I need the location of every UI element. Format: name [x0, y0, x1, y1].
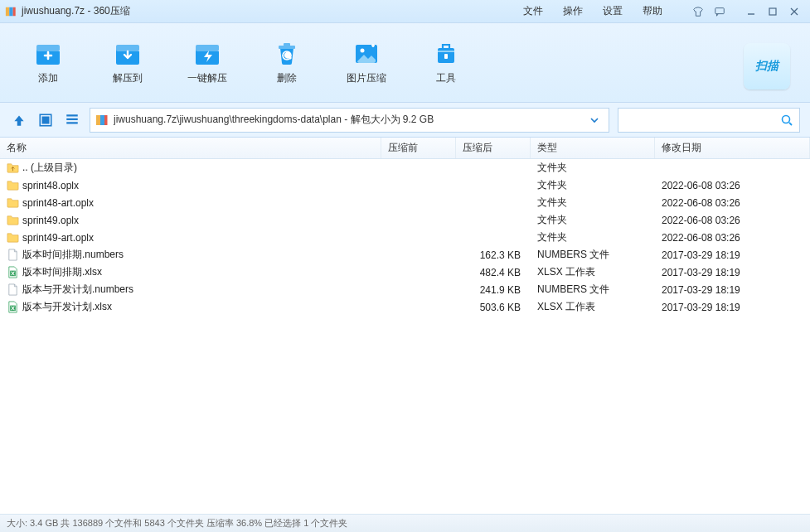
add-icon [33, 40, 63, 66]
file-name: 版本时间排期.numbers [22, 248, 124, 262]
col-post[interactable]: 压缩后 [456, 138, 531, 158]
cell-type: 文件夹 [531, 196, 655, 210]
file-name: sprint48-art.oplx [22, 197, 94, 209]
tool-tools[interactable]: 工具 [415, 40, 478, 85]
cell-date: 2017-03-29 18:19 [655, 302, 810, 313]
svg-rect-4 [715, 7, 725, 13]
extract-to-icon [113, 40, 143, 66]
table-row[interactable]: 版本时间排期.xlsx482.4 KBXLSX 工作表2017-03-29 18… [0, 264, 810, 281]
nav-view2-icon[interactable] [63, 111, 81, 129]
tools-icon [431, 40, 461, 66]
tool-imgcomp-label: 图片压缩 [347, 71, 386, 85]
table-row[interactable]: sprint48.oplx文件夹2022-06-08 03:26 [0, 177, 810, 194]
menu-settings[interactable]: 设置 [593, 4, 633, 18]
svg-point-17 [783, 115, 790, 123]
tool-tools-label: 工具 [436, 71, 456, 85]
close-button[interactable] [783, 3, 805, 20]
archive-icon [95, 114, 109, 127]
minimize-button[interactable] [740, 3, 762, 20]
folder-icon [7, 179, 19, 191]
file-name: sprint49-art.oplx [22, 232, 94, 244]
file-icon [7, 283, 19, 296]
search-input[interactable] [623, 109, 779, 131]
file-name: sprint49.oplx [22, 215, 79, 226]
svg-rect-14 [444, 54, 448, 59]
xlsx-icon [7, 266, 19, 278]
file-name: 版本与开发计划.xlsx [22, 300, 112, 314]
app-icon [5, 6, 17, 17]
imgcomp-icon [352, 40, 381, 66]
cell-post: 241.9 KB [456, 284, 531, 296]
path-text: jiwushuang.7z\jiwushuang\threekingdoms-d… [114, 113, 580, 127]
menu-operate[interactable]: 操作 [553, 4, 593, 18]
feedback-icon[interactable] [709, 3, 730, 20]
svg-rect-16 [42, 116, 50, 123]
cell-type: 文件夹 [531, 230, 655, 244]
tool-delete[interactable]: 删除 [255, 40, 318, 85]
col-date[interactable]: 修改日期 [655, 138, 810, 158]
cell-type: 文件夹 [531, 213, 655, 227]
menu-help[interactable]: 帮助 [633, 4, 672, 18]
folder-icon [7, 214, 19, 226]
table-row[interactable]: 版本与开发计划.numbers241.9 KBNUMBERS 文件2017-03… [0, 281, 810, 298]
col-name[interactable]: 名称 [0, 138, 381, 158]
xlsx-icon [7, 301, 19, 313]
delete-icon [272, 40, 302, 66]
path-dropdown-icon[interactable] [585, 115, 604, 125]
menu-file[interactable]: 文件 [513, 4, 553, 18]
table-row[interactable]: sprint48-art.oplx文件夹2022-06-08 03:26 [0, 194, 810, 211]
svg-rect-7 [116, 45, 139, 51]
cell-date: 2022-06-08 03:26 [655, 180, 810, 191]
table-row[interactable]: sprint49.oplx文件夹2022-06-08 03:26 [0, 211, 810, 229]
scan-button[interactable]: 扫描 [744, 43, 790, 89]
tool-oneclick[interactable]: 一键解压 [176, 40, 239, 85]
folder-icon [7, 231, 19, 244]
svg-rect-8 [196, 45, 219, 51]
cell-date: 2022-06-08 03:26 [655, 232, 810, 244]
tool-extract-to[interactable]: 解压到 [96, 40, 159, 85]
cell-type: 文件夹 [531, 161, 655, 175]
status-bar: 大小: 3.4 GB 共 136889 个文件和 5843 个文件夹 压缩率 3… [0, 514, 810, 532]
cell-type: NUMBERS 文件 [531, 283, 655, 297]
svg-rect-6 [36, 45, 60, 51]
nav-row: jiwushuang.7z\jiwushuang\threekingdoms-d… [0, 103, 810, 138]
cell-type: NUMBERS 文件 [531, 248, 655, 262]
cell-date: 2022-06-08 03:26 [655, 215, 810, 226]
svg-rect-10 [284, 43, 290, 46]
table-row[interactable]: sprint49-art.oplx文件夹2022-06-08 03:26 [0, 229, 810, 246]
skin-icon[interactable] [687, 3, 709, 20]
column-header-row: 名称 压缩前 压缩后 类型 修改日期 [0, 138, 810, 159]
svg-point-12 [361, 49, 365, 53]
status-text: 大小: 3.4 GB 共 136889 个文件和 5843 个文件夹 压缩率 3… [7, 517, 347, 530]
folder-icon [7, 196, 19, 209]
search-icon[interactable] [779, 114, 794, 127]
cell-post: 162.3 KB [456, 249, 531, 261]
cell-post: 503.6 KB [456, 302, 531, 313]
svg-rect-5 [769, 8, 776, 15]
folder-up-icon [7, 162, 19, 174]
file-name: sprint48.oplx [22, 180, 79, 191]
path-box[interactable]: jiwushuang.7z\jiwushuang\threekingdoms-d… [90, 108, 609, 133]
col-type[interactable]: 类型 [531, 138, 655, 158]
nav-view1-icon[interactable] [36, 111, 55, 129]
tool-imgcomp[interactable]: 图片压缩 [335, 40, 398, 85]
maximize-button[interactable] [762, 3, 783, 20]
cell-date: 2017-03-29 18:19 [655, 284, 810, 296]
file-icon [7, 249, 19, 261]
table-row[interactable]: .. (上级目录)文件夹 [0, 159, 810, 177]
search-box[interactable] [618, 108, 800, 133]
file-name: .. (上级目录) [22, 161, 77, 175]
cell-date: 2017-03-29 18:19 [655, 267, 810, 278]
cell-type: 文件夹 [531, 178, 655, 192]
table-row[interactable]: 版本时间排期.numbers162.3 KBNUMBERS 文件2017-03-… [0, 246, 810, 264]
tool-add-label: 添加 [38, 71, 58, 85]
nav-up-icon[interactable] [10, 111, 28, 129]
tool-delete-label: 删除 [277, 71, 297, 85]
table-row[interactable]: 版本与开发计划.xlsx503.6 KBXLSX 工作表2017-03-29 1… [0, 298, 810, 316]
cell-post: 482.4 KB [456, 267, 531, 278]
col-pre[interactable]: 压缩前 [381, 138, 456, 158]
tool-extract-to-label: 解压到 [113, 71, 143, 85]
tool-add[interactable]: 添加 [17, 40, 80, 85]
file-list[interactable]: .. (上级目录)文件夹sprint48.oplx文件夹2022-06-08 0… [0, 159, 810, 514]
oneclick-icon [192, 40, 222, 66]
